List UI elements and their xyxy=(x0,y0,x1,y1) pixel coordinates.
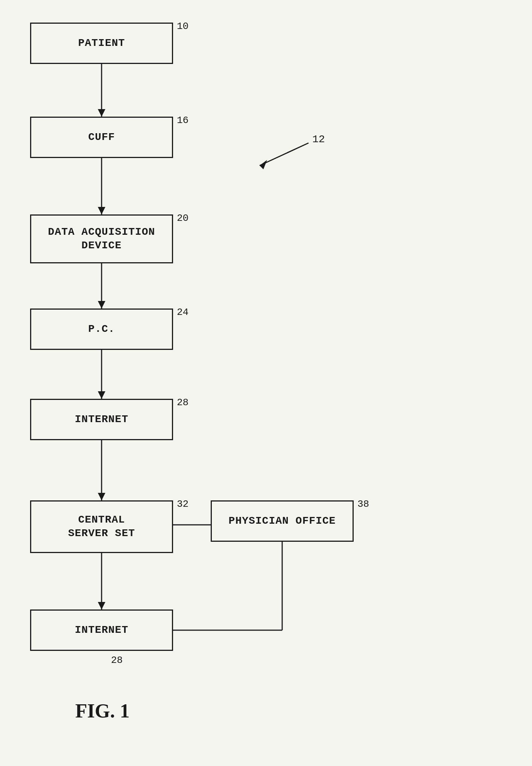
patient-label: PATIENT xyxy=(78,36,125,50)
internet1-box: INTERNET xyxy=(30,399,173,440)
pc-box: P.C. xyxy=(30,309,173,350)
patient-box: PATIENT xyxy=(30,23,173,64)
internet1-label: INTERNET xyxy=(75,413,128,426)
figure-label: FIG. 1 xyxy=(75,700,129,722)
svg-marker-7 xyxy=(98,391,105,399)
physician-office-box: PHYSICIAN OFFICE xyxy=(211,500,354,542)
svg-line-14 xyxy=(260,143,309,166)
central-server-box: CENTRAL SERVER SET xyxy=(30,500,173,553)
diagram-svg xyxy=(0,0,532,766)
ref-38: 38 xyxy=(357,499,369,510)
cuff-box: CUFF xyxy=(30,117,173,158)
ref-32: 32 xyxy=(177,499,188,510)
svg-marker-1 xyxy=(98,109,105,117)
data-acquisition-box: DATA ACQUISITION DEVICE xyxy=(30,214,173,263)
ref-20: 20 xyxy=(177,213,188,224)
data-acquisition-label: DATA ACQUISITION DEVICE xyxy=(48,225,155,253)
ref-16: 16 xyxy=(177,115,188,126)
svg-marker-15 xyxy=(260,160,267,169)
pc-label: P.C. xyxy=(88,322,115,336)
svg-marker-9 xyxy=(98,493,105,500)
svg-marker-11 xyxy=(98,602,105,609)
ref-12: 12 xyxy=(312,134,325,145)
internet2-label: INTERNET xyxy=(75,623,128,637)
central-server-label: CENTRAL SERVER SET xyxy=(68,513,135,541)
internet2-box: INTERNET xyxy=(30,609,173,651)
svg-marker-3 xyxy=(98,207,105,214)
svg-marker-5 xyxy=(98,301,105,309)
physician-office-label: PHYSICIAN OFFICE xyxy=(229,514,336,528)
diagram-container: PATIENT 10 CUFF 16 12 DATA ACQUISITION D… xyxy=(0,0,532,766)
ref-28-second: 28 xyxy=(111,655,123,666)
ref-28-first: 28 xyxy=(177,397,188,408)
cuff-label: CUFF xyxy=(88,131,115,144)
ref-24: 24 xyxy=(177,307,188,318)
ref-10: 10 xyxy=(177,21,188,32)
